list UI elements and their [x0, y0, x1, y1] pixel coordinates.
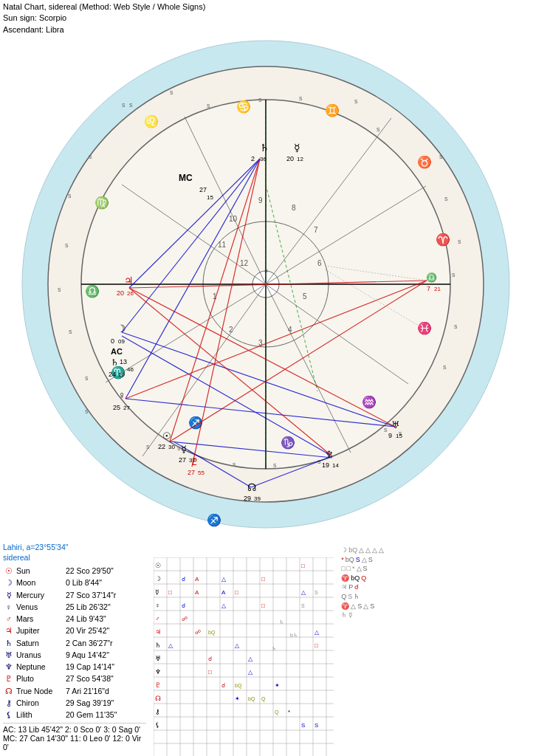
- svg-text:△: △: [248, 669, 253, 676]
- planet-row: ☊True Node7 Ari 21'16"d: [3, 685, 146, 697]
- svg-text:11: 11: [218, 241, 227, 249]
- planet-row: ♅Uranus9 Aqu 14'42": [3, 649, 146, 661]
- svg-text:s: s: [146, 443, 150, 450]
- svg-text:⚸: ⚸: [155, 721, 160, 729]
- svg-text:□: □: [261, 576, 265, 583]
- planet-symbol: ♃: [3, 625, 15, 636]
- svg-text:♌: ♌: [144, 114, 159, 128]
- svg-text:☍: ☍: [182, 616, 188, 622]
- cfm-note-5: ♃ P ☌: [341, 583, 547, 592]
- cfm-note-2: * bQ S △ S: [341, 555, 547, 565]
- svg-text:s: s: [444, 195, 448, 202]
- planet-name: Mercury: [16, 589, 64, 601]
- svg-text:2: 2: [229, 326, 233, 334]
- planet-position: 0 Lib 8'44": [66, 577, 140, 588]
- planet-position: 22 Sco 29'50": [66, 565, 140, 577]
- svg-text:0: 0: [111, 337, 114, 345]
- cfm-note-3: □ □ * △ S: [341, 564, 547, 574]
- planet-row: ☉Sun22 Sco 29'50": [3, 565, 146, 577]
- planet-symbol: ♂: [3, 613, 15, 625]
- sun-sign: Sun sign: Scorpio: [3, 13, 205, 24]
- cfm-note-1: ☽bQ △△ △△: [341, 546, 547, 555]
- ascendant: Ascendant: Libra: [3, 24, 205, 35]
- planet-symbol: ♀: [3, 601, 15, 613]
- svg-text:s: s: [233, 461, 236, 468]
- svg-text:♃: ♃: [155, 628, 161, 636]
- planet-row: ☽Moon0 Lib 8'44": [3, 577, 146, 588]
- svg-text:△: △: [168, 642, 173, 649]
- svg-text:21: 21: [434, 286, 441, 292]
- planet-name: Sun: [16, 565, 64, 577]
- svg-text:13: 13: [120, 358, 127, 365]
- svg-text:AC: AC: [111, 347, 123, 356]
- planet-position: 27 Sco 54'38": [66, 673, 140, 684]
- svg-text:27: 27: [179, 456, 186, 464]
- svg-text:□: □: [261, 602, 265, 609]
- svg-text:♎: ♎: [85, 284, 100, 298]
- svg-text:s: s: [85, 408, 89, 415]
- planet-name: Venus: [16, 601, 64, 613]
- svg-text:☿: ☿: [294, 142, 300, 154]
- svg-text:s: s: [69, 328, 72, 335]
- svg-text:□: □: [314, 642, 318, 649]
- chart-title: Natal Chart, sidereal (Method: Web Style…: [3, 1, 205, 13]
- svg-text:bQ: bQ: [248, 696, 255, 702]
- svg-text:12: 12: [240, 259, 249, 267]
- svg-text:s: s: [384, 426, 388, 433]
- bottom-section: Lahiri, a=23°55'34" sidereal ☉Sun22 Sco …: [3, 543, 547, 756]
- planet-row: ♂Mars24 Lib 9'43": [3, 613, 146, 625]
- svg-text:7: 7: [314, 226, 318, 234]
- planet-name: Moon: [16, 577, 64, 588]
- svg-text:×: ×: [264, 267, 268, 275]
- svg-text:15: 15: [207, 194, 213, 201]
- svg-text:Q: Q: [275, 709, 279, 715]
- svg-text:□: □: [168, 589, 172, 596]
- svg-text:s: s: [258, 96, 262, 103]
- svg-text:22: 22: [158, 443, 165, 450]
- svg-text:♉: ♉: [417, 155, 432, 169]
- svg-text:△: △: [235, 642, 240, 649]
- natal-chart-svg: ♋ s ♊ s ♉ s ♈ s ♓ s ♒ s ♑ s ♐ s ♏ s ♎ s …: [7, 37, 532, 543]
- svg-text:6: 6: [317, 259, 322, 267]
- cfm-note-7: ♈ △ S △ S: [341, 602, 547, 611]
- svg-text:12: 12: [297, 156, 303, 162]
- planet-name: Pluto: [16, 673, 64, 684]
- sidereal-label: sidereal: [3, 553, 146, 562]
- planet-position: 24 Lib 9'43": [66, 613, 140, 625]
- planet-symbol: ☉: [3, 565, 15, 577]
- svg-text:s: s: [89, 153, 92, 160]
- planet-row: ⚷Chiron29 Sag 39'19": [3, 697, 146, 709]
- svg-text:☿: ☿: [155, 588, 159, 596]
- svg-text:2: 2: [251, 155, 255, 162]
- planet-row: ☿Mercury27 Sco 37'14"r: [3, 589, 146, 601]
- svg-text:♍: ♍: [94, 196, 109, 210]
- svg-text:☽: ☽: [155, 575, 161, 583]
- svg-text:♄: ♄: [155, 642, 161, 649]
- ac-line: AC: 13 Lib 45'42" 2: 0 Sco 0' 3: 0 Sag 0…: [3, 723, 146, 752]
- chart-area: ♋ s ♊ s ♉ s ♈ s ♓ s ♒ s ♑ s ♐ s ♏ s ♎ s …: [7, 37, 539, 539]
- svg-text:9: 9: [258, 196, 263, 205]
- svg-text:S: S: [301, 722, 305, 729]
- planet-symbol: ☊: [3, 685, 15, 697]
- planet-name: Mars: [16, 613, 64, 625]
- svg-text:s: s: [454, 323, 458, 330]
- svg-text:□: □: [301, 563, 305, 569]
- svg-text:♆: ♆: [155, 668, 161, 676]
- svg-text:s: s: [85, 374, 89, 382]
- svg-text:S: S: [314, 590, 318, 595]
- planet-name: Jupiter: [16, 625, 64, 636]
- planet-symbol: ♇: [3, 673, 15, 684]
- svg-text:s: s: [439, 153, 443, 160]
- svg-text:s: s: [458, 238, 461, 245]
- svg-text:14: 14: [332, 462, 339, 469]
- svg-text:♀: ♀: [155, 602, 160, 609]
- planet-position: 9 Aqu 14'42": [66, 649, 140, 661]
- planet-name: Uranus: [16, 649, 64, 661]
- svg-text:27: 27: [188, 469, 195, 476]
- svg-text:MC: MC: [179, 173, 193, 183]
- svg-text:♄: ♄: [260, 142, 269, 154]
- svg-text:s: s: [58, 286, 61, 293]
- svg-text:♎: ♎: [426, 272, 437, 283]
- svg-text:♄: ♄: [272, 646, 276, 651]
- planet-symbol: ⚸: [3, 709, 15, 721]
